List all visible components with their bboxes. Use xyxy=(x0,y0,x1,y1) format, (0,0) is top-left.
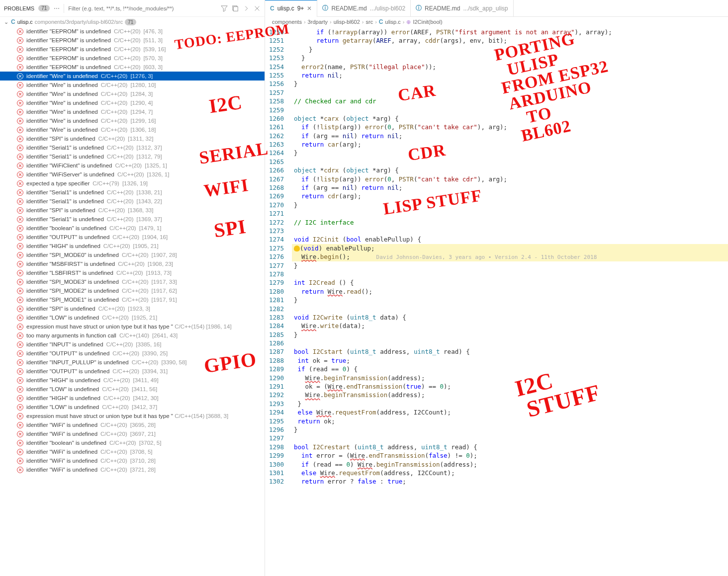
problem-row[interactable]: identifier "Serial1" is undefined C/C++(… xyxy=(0,152,265,161)
problem-row[interactable]: too many arguments in function call C/C+… xyxy=(0,331,265,340)
problem-row[interactable]: identifier "boolean" is undefined C/C++(… xyxy=(0,224,265,233)
code-line[interactable]: } xyxy=(292,425,728,434)
problem-row[interactable]: expression must have struct or union typ… xyxy=(0,322,265,331)
code-line[interactable]: object *carx (object *arg) { xyxy=(292,114,728,123)
problem-row[interactable]: identifier "SPI_MODE0" is undefined C/C+… xyxy=(0,250,265,259)
code-editor[interactable]: 1250125112521253125412551256125712581259… xyxy=(265,27,728,576)
problem-row[interactable]: identifier "Wire" is undefined C/C++(20)… xyxy=(0,125,265,134)
code-line[interactable]: bool I2Crestart (uint8_t address, uint8_… xyxy=(292,443,728,451)
problem-row[interactable]: identifier "Wire" is undefined C/C++(20)… xyxy=(0,98,265,107)
problem-row[interactable]: identifier "OUTPUT" is undefined C/C++(2… xyxy=(0,367,265,376)
code-line[interactable]: // Checked car and cdr xyxy=(292,97,728,105)
problem-row[interactable]: identifier "EEPROM" is undefined C/C++(2… xyxy=(0,36,265,45)
code-line[interactable] xyxy=(292,305,728,313)
problem-row[interactable]: identifier "SPI_MODE2" is undefined C/C+… xyxy=(0,286,265,295)
breadcrumb-segment[interactable]: I2Cinit(bool) xyxy=(413,19,442,25)
code-line[interactable]: else Wire.requestFrom(address, I2CCount)… xyxy=(292,469,728,477)
problem-row[interactable]: identifier "Wire" is undefined C/C++(20)… xyxy=(0,72,265,81)
problem-row[interactable]: identifier "SPI_MODE1" is undefined C/C+… xyxy=(0,295,265,304)
problem-row[interactable]: identifier "HIGH" is undefined C/C++(20)… xyxy=(0,242,265,250)
problem-row[interactable]: expected a type specifier C/C++(79) [132… xyxy=(0,179,265,188)
problem-row[interactable]: identifier "WiFi" is undefined C/C++(20)… xyxy=(0,465,265,474)
filter-icon[interactable] xyxy=(221,5,228,12)
code-line[interactable]: } xyxy=(292,201,728,209)
code-line[interactable] xyxy=(292,106,728,114)
problem-row[interactable]: identifier "SPI" is undefined C/C++(20) … xyxy=(0,134,265,143)
problem-row[interactable]: identifier "HIGH" is undefined C/C++(20)… xyxy=(0,394,265,403)
code-line[interactable]: if (!listp(arg)) error(0, PSTR("can't ta… xyxy=(292,175,728,183)
code-line[interactable]: // I2C interface xyxy=(292,218,728,227)
code-line[interactable]: int I2Cread () { xyxy=(292,278,728,287)
problem-row[interactable]: identifier "INPUT" is undefined C/C++(20… xyxy=(0,340,265,349)
code-line[interactable]: int ok = true; xyxy=(292,356,728,365)
code-line[interactable]: Wire.beginTransmission(address); xyxy=(292,391,728,399)
problem-row[interactable]: identifier "LOW" is undefined C/C++(20) … xyxy=(0,313,265,322)
editor-tab[interactable]: ⓘREADME.md .../sdk_app_ulisp xyxy=(411,0,513,17)
code-line[interactable]: if (read == 0) Wire.beginTransmission(ad… xyxy=(292,460,728,469)
problem-row[interactable]: identifier "MSBFIRST" is undefined C/C++… xyxy=(0,259,265,268)
code-line[interactable]: return nil; xyxy=(292,71,728,80)
tab-close-icon[interactable]: ✕ xyxy=(307,5,312,12)
code-line[interactable]: } xyxy=(292,330,728,339)
code-line[interactable]: if (arg == nil) return nil; xyxy=(292,183,728,192)
code-line[interactable]: } xyxy=(292,45,728,54)
code-line[interactable] xyxy=(292,270,728,278)
close-icon[interactable] xyxy=(254,5,261,12)
problem-row[interactable]: identifier "Serial1" is undefined C/C++(… xyxy=(0,143,265,152)
code-line[interactable]: } xyxy=(292,149,728,157)
breadcrumb-segment[interactable]: components xyxy=(272,19,302,25)
code-line[interactable]: if (arg == nil) return nil; xyxy=(292,132,728,140)
problem-row[interactable]: identifier "EEPROM" is undefined C/C++(2… xyxy=(0,45,265,54)
code-line[interactable]: else Wire.requestFrom(address, I2CCount)… xyxy=(292,408,728,416)
breadcrumb[interactable]: components›3rdparty›ulisp-bl602›src›C ul… xyxy=(265,17,728,27)
problem-row[interactable]: identifier "LSBFIRST" is undefined C/C++… xyxy=(0,268,265,277)
problem-row[interactable]: identifier "WiFi" is undefined C/C++(20)… xyxy=(0,456,265,465)
code-line[interactable]: } xyxy=(292,54,728,62)
problem-row[interactable]: identifier "Wire" is undefined C/C++(20)… xyxy=(0,81,265,89)
code-line[interactable]: bool I2Cstart (uint8_t address, uint8_t … xyxy=(292,347,728,356)
problem-row[interactable]: identifier "WiFiServer" is undefined C/C… xyxy=(0,170,265,179)
breadcrumb-segment[interactable]: ulisp-bl602 xyxy=(334,19,360,25)
problem-row[interactable]: identifier "OUTPUT" is undefined C/C++(2… xyxy=(0,349,265,358)
problem-row[interactable]: identifier "OUTPUT" is undefined C/C++(2… xyxy=(0,233,265,242)
code-line[interactable] xyxy=(292,434,728,442)
breadcrumb-segment[interactable]: src xyxy=(366,19,373,25)
next-icon[interactable] xyxy=(243,5,250,12)
problem-row[interactable]: identifier "Serial1" is undefined C/C++(… xyxy=(0,197,265,206)
problem-row[interactable]: identifier "HIGH" is undefined C/C++(20)… xyxy=(0,376,265,385)
code-content[interactable]: if (!arrayp(array)) error(AREF, PSTR("fi… xyxy=(292,27,728,576)
overflow-icon[interactable]: ⋯ xyxy=(54,5,60,12)
problem-row[interactable]: expression must have struct or union typ… xyxy=(0,411,265,420)
code-line[interactable]: Wire.beginTransmission(address); xyxy=(292,374,728,382)
code-line[interactable] xyxy=(292,158,728,166)
code-line[interactable]: error2(name, PSTR("illegal place")); xyxy=(292,63,728,71)
code-line[interactable]: } xyxy=(292,261,728,270)
code-line[interactable]: } xyxy=(292,400,728,408)
code-line[interactable] xyxy=(292,227,728,235)
problem-row[interactable]: identifier "WiFi" is undefined C/C++(20)… xyxy=(0,420,265,429)
problem-row[interactable]: identifier "WiFiClient" is undefined C/C… xyxy=(0,161,265,170)
code-line[interactable]: object *cdrx (object *arg) { xyxy=(292,166,728,174)
problem-row[interactable]: identifier "EEPROM" is undefined C/C++(2… xyxy=(0,54,265,63)
collapse-all-icon[interactable] xyxy=(232,5,239,12)
breadcrumb-segment[interactable]: 3rdparty xyxy=(308,19,328,25)
code-line[interactable]: Wire.write(data); xyxy=(292,322,728,330)
problem-row[interactable]: identifier "SPI" is undefined C/C++(20) … xyxy=(0,304,265,313)
problem-row[interactable]: identifier "boolean" is undefined C/C++(… xyxy=(0,438,265,447)
code-line[interactable]: } xyxy=(292,80,728,88)
problem-row[interactable]: identifier "EEPROM" is undefined C/C++(2… xyxy=(0,27,265,36)
code-line[interactable] xyxy=(292,339,728,347)
problem-row[interactable]: identifier "LOW" is undefined C/C++(20) … xyxy=(0,385,265,394)
problem-row[interactable]: identifier "SPI_MODE3" is undefined C/C+… xyxy=(0,277,265,286)
code-line[interactable]: void I2Cinit (bool enablePullup) { xyxy=(292,235,728,244)
code-line[interactable]: if (read == 0) { xyxy=(292,365,728,373)
problems-list[interactable]: identifier "EEPROM" is undefined C/C++(2… xyxy=(0,27,265,576)
problem-row[interactable]: identifier "Serial1" is undefined C/C++(… xyxy=(0,188,265,197)
filter-input[interactable] xyxy=(68,5,217,11)
code-line[interactable]: return error ? false : true; xyxy=(292,477,728,486)
code-line[interactable] xyxy=(292,209,728,218)
problem-row[interactable]: identifier "Wire" is undefined C/C++(20)… xyxy=(0,89,265,98)
code-line[interactable]: return Wire.read(); xyxy=(292,287,728,296)
code-line[interactable]: if (!arrayp(array)) error(AREF, PSTR("fi… xyxy=(292,28,728,36)
editor-tab[interactable]: ⓘREADME.md .../ulisp-bl602 xyxy=(317,0,411,17)
